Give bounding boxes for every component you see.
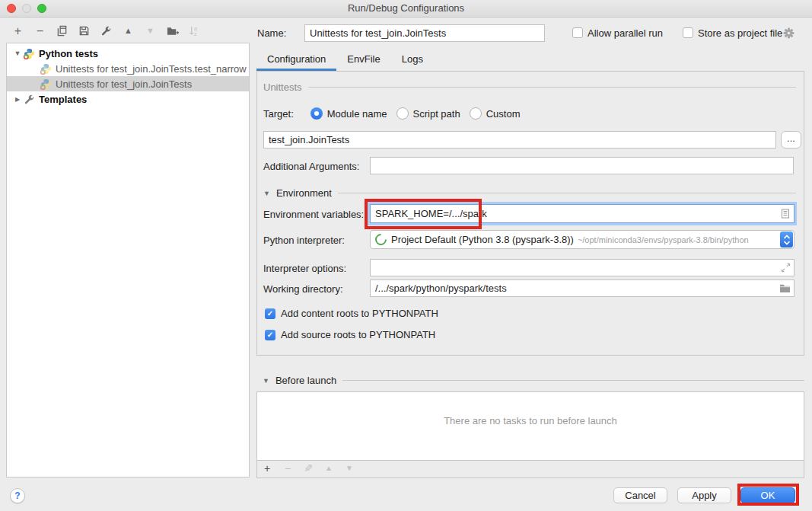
edit-templates-icon[interactable]	[100, 24, 113, 37]
empty-task-message: There are no tasks to run before launch	[444, 415, 617, 460]
chevron-expanded-icon[interactable]: ▼	[263, 190, 270, 197]
templates-wrench-icon	[24, 94, 35, 105]
add-task-button[interactable]: +	[262, 463, 272, 474]
apply-button[interactable]: Apply	[677, 487, 731, 503]
svg-text:z: z	[194, 31, 197, 37]
store-as-project-file-checkbox[interactable]: Store as project file	[683, 27, 782, 39]
remove-configuration-button[interactable]: −	[33, 24, 46, 37]
radio-script-path[interactable]: Script path	[396, 107, 460, 120]
interpreter-options-input[interactable]	[371, 262, 781, 273]
close-button[interactable]	[7, 4, 16, 13]
radio-icon	[396, 107, 409, 120]
tree-item-python-tests[interactable]: ▼ Python tests	[7, 46, 249, 61]
checkbox-label: Allow parallel run	[588, 27, 663, 39]
titlebar: Run/Debug Configurations	[0, 0, 812, 18]
chevron-expanded-icon[interactable]: ▼	[263, 377, 269, 385]
tab-envfile[interactable]: EnvFile	[336, 49, 390, 71]
tree-item-unittests-test-narrow[interactable]: Unittests for test_join.JoinTests.test_n…	[7, 61, 249, 76]
group-label: Before launch	[275, 375, 336, 386]
add-content-roots-checkbox[interactable]: ✓ Add content roots to PYTHONPATH	[265, 308, 438, 319]
move-down-icon: ▼	[144, 24, 157, 37]
checkbox-label: Add source roots to PYTHONPATH	[281, 329, 435, 340]
checkbox-checked-icon: ✓	[265, 330, 275, 340]
group-label: Unittests	[263, 81, 302, 93]
interpreter-value: Project Default (Python 3.8 (pyspark-3.8…	[391, 234, 574, 245]
interpreter-options-label: Interpreter options:	[263, 263, 346, 274]
tab-logs[interactable]: Logs	[391, 49, 434, 71]
new-folder-icon[interactable]	[166, 24, 179, 37]
add-source-roots-checkbox[interactable]: ✓ Add source roots to PYTHONPATH	[265, 329, 435, 340]
before-launch-task-list[interactable]: There are no tasks to run before launch	[257, 392, 804, 461]
environment-variables-field[interactable]	[370, 204, 794, 223]
edit-task-icon: ✎	[303, 463, 314, 474]
python-interpreter-select[interactable]: Project Default (Python 3.8 (pyspark-3.8…	[370, 230, 794, 249]
radio-label: Script path	[413, 108, 460, 120]
browse-button[interactable]: ...	[781, 131, 801, 149]
edit-variables-icon[interactable]	[780, 208, 791, 219]
move-task-down-icon: ▼	[344, 463, 355, 474]
radio-label: Module name	[327, 108, 387, 120]
configurations-toolbar: + − ▲ ▼ a z	[11, 24, 201, 37]
select-stepper-icon[interactable]	[780, 232, 793, 248]
interpreter-options-field[interactable]	[370, 259, 794, 276]
store-settings-gear-icon[interactable]	[783, 27, 794, 39]
interpreter-path: ~/opt/miniconda3/envs/pyspark-3.8/bin/py…	[578, 235, 794, 244]
conda-env-icon	[373, 232, 389, 248]
add-configuration-button[interactable]: +	[11, 24, 24, 37]
group-divider	[342, 380, 804, 381]
configurations-tree[interactable]: ▼ Python tests Unittests for test_join.J…	[6, 43, 250, 477]
before-launch-panel: There are no tasks to run before launch …	[256, 391, 804, 478]
environment-variables-input[interactable]	[371, 208, 780, 219]
chevron-expanded-icon[interactable]: ▼	[13, 50, 22, 57]
checkbox-label: Add content roots to PYTHONPATH	[281, 308, 438, 319]
cancel-button[interactable]: Cancel	[613, 487, 667, 503]
svg-text:a: a	[194, 26, 197, 31]
target-row: Target: Module name Script path Custom	[263, 107, 520, 120]
before-launch-toolbar: + − ✎ ▲ ▼	[257, 461, 804, 474]
sort-configurations-icon: a z	[188, 24, 201, 37]
ok-button[interactable]: OK	[740, 487, 795, 503]
copy-configuration-icon[interactable]	[56, 24, 68, 37]
name-label: Name:	[257, 27, 286, 39]
traffic-lights	[7, 4, 46, 13]
target-label: Target:	[263, 108, 294, 120]
window-title: Run/Debug Configurations	[0, 0, 812, 16]
additional-arguments-input[interactable]	[370, 157, 794, 174]
move-task-up-icon: ▲	[323, 463, 334, 474]
group-divider	[338, 193, 796, 193]
working-directory-input[interactable]	[371, 283, 779, 294]
chevron-collapsed-icon[interactable]: ▶	[13, 96, 22, 103]
allow-parallel-run-checkbox[interactable]: Allow parallel run	[572, 27, 663, 39]
radio-module-name[interactable]: Module name	[310, 107, 387, 120]
folder-icon[interactable]	[779, 283, 791, 293]
environment-group-header: ▼ Environment	[263, 187, 796, 199]
checkbox-box	[572, 27, 583, 38]
working-directory-field[interactable]	[370, 279, 794, 297]
additional-arguments-label: Additional Arguments:	[263, 161, 359, 172]
environment-variables-label: Environment variables:	[263, 209, 364, 220]
tree-item-templates[interactable]: ▶ Templates	[7, 91, 249, 107]
unittests-group-header: Unittests	[263, 81, 796, 93]
radio-custom[interactable]: Custom	[470, 107, 521, 120]
minimize-button	[22, 4, 31, 13]
tree-item-unittests-jointests[interactable]: Unittests for test_join.JoinTests	[7, 76, 249, 91]
group-divider	[308, 87, 796, 88]
remove-task-button: −	[282, 463, 293, 474]
tree-item-label: Templates	[39, 94, 87, 105]
python-test-icon	[40, 78, 52, 90]
move-up-icon[interactable]: ▲	[122, 24, 135, 37]
tab-configuration[interactable]: Configuration	[256, 49, 336, 71]
zoom-button[interactable]	[37, 4, 46, 13]
before-launch-group-header: ▼ Before launch	[263, 375, 804, 386]
configuration-panel: Unittests Target: Module name Script pat…	[256, 71, 804, 356]
save-configuration-icon[interactable]	[78, 24, 91, 37]
help-button[interactable]: ?	[10, 488, 25, 503]
target-input[interactable]	[263, 131, 776, 149]
group-label: Environment	[276, 187, 332, 199]
tree-item-label: Unittests for test_join.JoinTests	[56, 78, 192, 90]
checkbox-checked-icon: ✓	[265, 308, 275, 319]
tree-item-label: Python tests	[39, 48, 98, 59]
python-tests-icon	[24, 48, 35, 59]
name-input[interactable]	[304, 24, 545, 42]
expand-field-icon[interactable]	[781, 263, 791, 273]
